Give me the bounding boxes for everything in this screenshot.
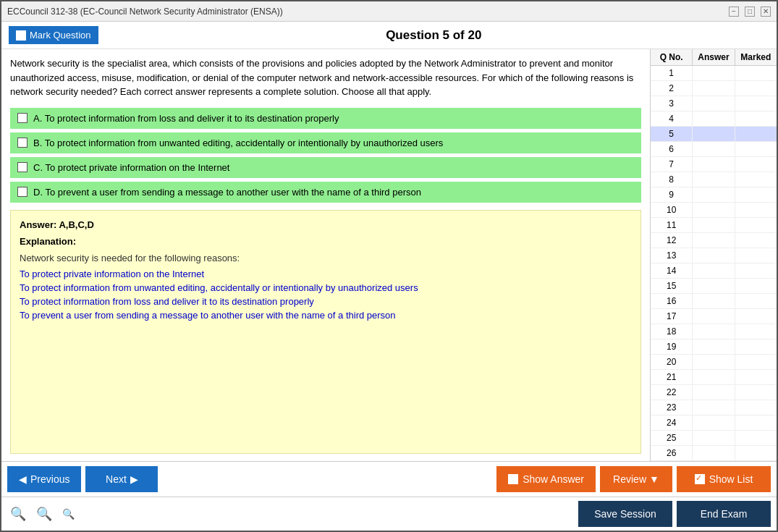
sidebar-cell-answer [693,339,735,354]
sidebar-cell-answer [693,142,735,156]
sidebar-row[interactable]: 5 [651,127,777,142]
sidebar-row[interactable]: 14 [651,263,777,279]
sidebar-row[interactable]: 11 [651,218,777,233]
sidebar-cell-answer [693,127,735,141]
sidebar-row[interactable]: 7 [651,157,777,172]
sidebar-row[interactable]: 22 [651,385,777,400]
sidebar-cell-num: 15 [651,279,693,293]
sidebar-row[interactable]: 21 [651,370,777,385]
sidebar-cell-marked [735,324,777,339]
sidebar-cell-num: 21 [651,370,693,384]
mark-question-button[interactable]: Mark Question [9,26,98,44]
sidebar-cell-marked [735,339,777,354]
review-arrow-icon: ▼ [649,473,659,485]
sidebar-cell-num: 2 [651,81,693,96]
sidebar-cell-answer [693,415,735,430]
sidebar-row[interactable]: 23 [651,400,777,415]
sidebar-cell-marked [735,172,777,187]
sidebar-row[interactable]: 13 [651,248,777,263]
window-controls: − □ ✕ [729,7,771,17]
previous-label: Previous [30,473,69,485]
option-d[interactable]: D. To prevent a user from sending a mess… [10,182,641,203]
sidebar-cell-marked [735,187,777,202]
sidebar-row[interactable]: 1 [651,66,777,81]
sidebar-cell-marked [735,203,777,217]
option-a[interactable]: A. To protect information from loss and … [10,108,641,129]
review-button[interactable]: Review ▼ [600,466,672,492]
sidebar-cell-answer [693,203,735,217]
zoom-in-button[interactable]: 🔍 [7,506,29,522]
maximize-button[interactable]: □ [745,7,755,17]
sidebar-cell-marked [735,248,777,263]
answer-panel: Answer: A,B,C,D Explanation: Network sec… [10,210,641,455]
sidebar-cell-answer [693,233,735,248]
sidebar-cell-num: 6 [651,142,693,156]
sidebar-cell-marked [735,355,777,369]
sidebar-row[interactable]: 17 [651,309,777,324]
sidebar-cell-num: 4 [651,111,693,126]
sidebar-row[interactable]: 10 [651,203,777,218]
save-session-button[interactable]: Save Session [578,501,672,527]
sidebar-cell-answer [693,157,735,172]
zoom-out-button[interactable]: 🔍 [33,506,55,522]
sidebar-cell-answer [693,248,735,263]
option-d-checkbox[interactable] [17,187,28,197]
sidebar-cell-num: 13 [651,248,693,263]
sidebar-cell-num: 19 [651,339,693,354]
sidebar-row[interactable]: 16 [651,294,777,309]
sidebar-col-qno: Q No. [651,49,693,65]
titlebar: ECCouncil 312-38 (EC-Council Network Sec… [1,1,777,22]
show-list-button[interactable]: Show List [677,466,771,492]
save-session-label: Save Session [594,508,656,520]
sidebar-row[interactable]: 19 [651,339,777,355]
sidebar-row[interactable]: 25 [651,431,777,446]
prev-arrow-icon: ◀ [19,473,27,485]
option-b-text: B. To protect information from unwanted … [33,138,443,148]
option-b[interactable]: B. To protect information from unwanted … [10,132,641,153]
sidebar-cell-marked [735,385,777,400]
next-button[interactable]: Next ▶ [85,466,158,492]
sidebar-row[interactable]: 9 [651,187,777,203]
end-exam-button[interactable]: End Exam [677,501,771,527]
sidebar-row[interactable]: 6 [651,142,777,157]
sidebar-row[interactable]: 3 [651,96,777,111]
option-c[interactable]: C. To protect private information on the… [10,157,641,178]
zoom-reset-button[interactable]: 🔍 [59,508,77,520]
sidebar-cell-num: 9 [651,187,693,202]
main-area: Network security is the specialist area,… [1,49,777,461]
sidebar-cell-marked [735,400,777,415]
sidebar-cell-marked [735,157,777,172]
show-list-label: Show List [709,473,753,485]
sidebar-cell-num: 22 [651,385,693,400]
question-text: Network security is the specialist area,… [10,56,641,99]
sidebar-cell-num: 10 [651,203,693,217]
option-c-checkbox[interactable] [17,162,28,172]
sidebar-row[interactable]: 8 [651,172,777,187]
sidebar-row[interactable]: 24 [651,415,777,431]
explanation-item-3: To protect information from loss and del… [20,296,632,307]
sidebar-row[interactable]: 18 [651,324,777,339]
option-b-checkbox[interactable] [17,138,28,148]
option-a-text: A. To protect information from loss and … [33,113,339,124]
sidebar-cell-answer [693,446,735,460]
minimize-button[interactable]: − [729,7,739,17]
sidebar-cell-num: 24 [651,415,693,430]
option-d-text: D. To prevent a user from sending a mess… [33,187,421,198]
sidebar-cell-num: 14 [651,263,693,278]
sidebar-row[interactable]: 26 [651,446,777,461]
option-a-checkbox[interactable] [17,113,28,123]
sidebar-cell-answer [693,111,735,126]
show-answer-button[interactable]: Show Answer [496,466,596,492]
sidebar-row[interactable]: 12 [651,233,777,248]
sidebar-cell-marked [735,370,777,384]
sidebar-row[interactable]: 4 [651,111,777,127]
sidebar-cell-num: 23 [651,400,693,415]
sidebar-row[interactable]: 20 [651,355,777,370]
previous-button[interactable]: ◀ Previous [7,466,81,492]
close-button[interactable]: ✕ [761,7,771,17]
sidebar-rows[interactable]: 1 2 3 4 5 6 7 8 [651,66,777,461]
sidebar-row[interactable]: 2 [651,81,777,96]
sidebar-cell-answer [693,218,735,232]
sidebar-cell-num: 20 [651,355,693,369]
sidebar-row[interactable]: 15 [651,279,777,294]
